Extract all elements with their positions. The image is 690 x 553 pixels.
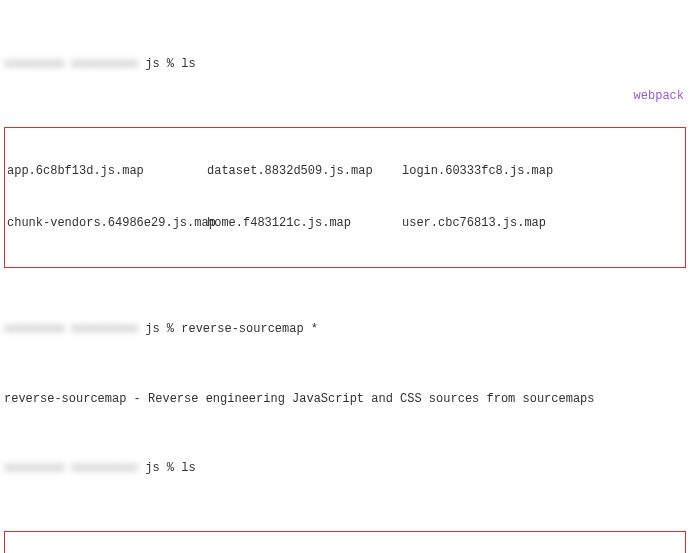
prompt-line-3: xxxxxxxxx xxxxxxxxxx js % ls [4, 460, 686, 477]
prompt-blur: xxxxxxxxx xxxxxxxxxx [4, 460, 138, 477]
file: chunk-vendors.64986e29.js.map [7, 215, 207, 232]
prompt-line-1: xxxxxxxxx xxxxxxxxxx js % ls [4, 56, 686, 73]
reverse-sourcemap-output: reverse-sourcemap - Reverse engineering … [4, 391, 686, 408]
ls-row-1: app.6c8bf13d.js.mapdataset.8832d509.js.m… [7, 163, 683, 180]
terminal-output: xxxxxxxxx xxxxxxxxxx js % ls app.6c8bf13… [4, 4, 686, 553]
ls-output-box-1: app.6c8bf13d.js.mapdataset.8832d509.js.m… [4, 127, 686, 268]
cmd-marker: js % [138, 322, 181, 336]
cmd-ls-1: ls [181, 57, 195, 71]
file: user.cbc76813.js.map [402, 215, 582, 232]
cmd-marker: js % [138, 461, 181, 475]
file: login.60333fc8.js.map [402, 163, 582, 180]
cmd-reverse: reverse-sourcemap * [181, 322, 318, 336]
prompt-blur: xxxxxxxxx xxxxxxxxxx [4, 56, 138, 73]
prompt-line-2: xxxxxxxxx xxxxxxxxxx js % reverse-source… [4, 321, 686, 338]
ls-output-box-2: app.6c8bf13d.js.mapdataset.8832d509.js.m… [4, 531, 686, 553]
file: home.f483121c.js.map [207, 215, 402, 232]
cmd-marker: js % [138, 57, 181, 71]
file: app.6c8bf13d.js.map [7, 163, 207, 180]
cmd-ls-2: ls [181, 461, 195, 475]
ls-row-2: chunk-vendors.64986e29.js.maphome.f48312… [7, 215, 683, 232]
webpack-label: webpack [634, 88, 684, 105]
prompt-blur: xxxxxxxxx xxxxxxxxxx [4, 321, 138, 338]
file: dataset.8832d509.js.map [207, 163, 402, 180]
